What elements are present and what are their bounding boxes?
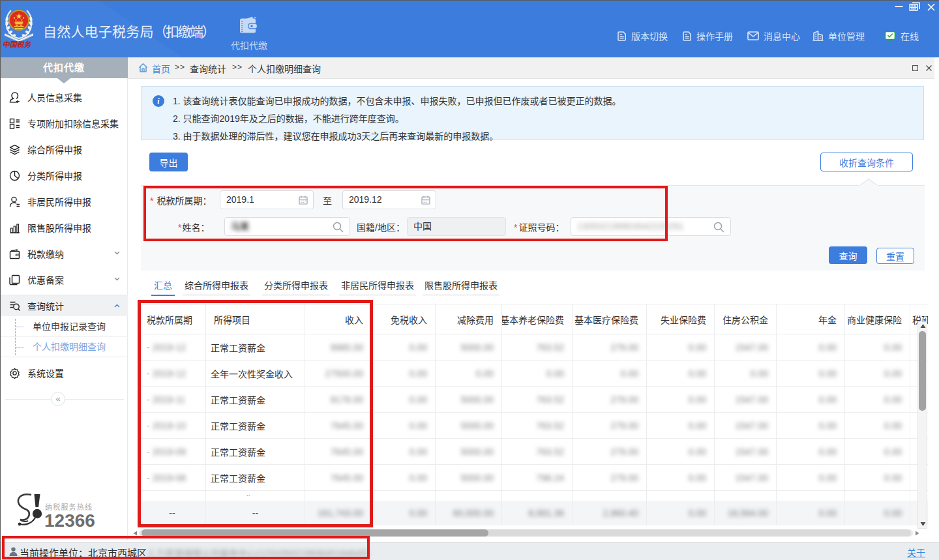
svg-text:中国税务: 中国税务: [3, 40, 33, 48]
